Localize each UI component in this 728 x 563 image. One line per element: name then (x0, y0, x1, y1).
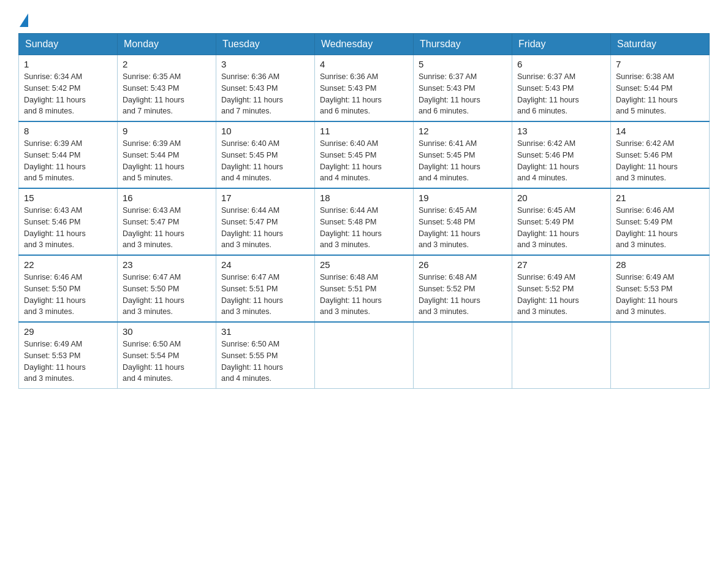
day-number: 19 (419, 193, 507, 203)
weekday-header-thursday: Thursday (414, 34, 512, 55)
calendar-cell: 20 Sunrise: 6:45 AM Sunset: 5:49 PM Dayl… (512, 188, 611, 255)
page-header (18, 12, 710, 27)
day-info: Sunrise: 6:37 AM Sunset: 5:43 PM Dayligh… (517, 71, 605, 117)
day-info: Sunrise: 6:40 AM Sunset: 5:45 PM Dayligh… (320, 138, 408, 184)
day-number: 31 (221, 326, 309, 337)
day-number: 17 (221, 193, 309, 203)
day-info: Sunrise: 6:49 AM Sunset: 5:52 PM Dayligh… (517, 272, 605, 318)
week-row-1: 1 Sunrise: 6:34 AM Sunset: 5:42 PM Dayli… (19, 55, 710, 122)
weekday-header-wednesday: Wednesday (315, 34, 414, 55)
calendar-cell: 11 Sunrise: 6:40 AM Sunset: 5:45 PM Dayl… (315, 121, 414, 188)
day-info: Sunrise: 6:36 AM Sunset: 5:43 PM Dayligh… (221, 71, 309, 117)
day-number: 3 (221, 59, 309, 69)
weekday-header-friday: Friday (512, 34, 611, 55)
day-number: 8 (24, 126, 112, 136)
day-number: 20 (517, 193, 605, 203)
weekday-header-tuesday: Tuesday (216, 34, 315, 55)
week-row-3: 15 Sunrise: 6:43 AM Sunset: 5:46 PM Dayl… (19, 188, 710, 255)
day-info: Sunrise: 6:44 AM Sunset: 5:47 PM Dayligh… (221, 205, 309, 251)
day-number: 29 (24, 326, 112, 337)
calendar-cell: 5 Sunrise: 6:37 AM Sunset: 5:43 PM Dayli… (414, 55, 512, 122)
day-number: 2 (123, 59, 211, 69)
calendar-cell: 6 Sunrise: 6:37 AM Sunset: 5:43 PM Dayli… (512, 55, 611, 122)
day-number: 13 (517, 126, 605, 136)
day-info: Sunrise: 6:43 AM Sunset: 5:46 PM Dayligh… (24, 205, 112, 251)
day-number: 27 (517, 259, 605, 270)
weekday-header-row: SundayMondayTuesdayWednesdayThursdayFrid… (19, 34, 710, 55)
day-number: 6 (517, 59, 605, 69)
weekday-header-saturday: Saturday (611, 34, 710, 55)
day-number: 22 (24, 259, 112, 270)
logo-triangle-icon (20, 13, 28, 27)
calendar-cell: 8 Sunrise: 6:39 AM Sunset: 5:44 PM Dayli… (19, 121, 118, 188)
day-info: Sunrise: 6:44 AM Sunset: 5:48 PM Dayligh… (320, 205, 408, 251)
calendar-cell: 21 Sunrise: 6:46 AM Sunset: 5:49 PM Dayl… (611, 188, 710, 255)
day-number: 30 (123, 326, 211, 337)
calendar-cell: 28 Sunrise: 6:49 AM Sunset: 5:53 PM Dayl… (611, 255, 710, 322)
day-info: Sunrise: 6:35 AM Sunset: 5:43 PM Dayligh… (123, 71, 211, 117)
day-number: 28 (616, 259, 704, 270)
day-info: Sunrise: 6:47 AM Sunset: 5:50 PM Dayligh… (123, 272, 211, 318)
calendar-cell: 10 Sunrise: 6:40 AM Sunset: 5:45 PM Dayl… (216, 121, 315, 188)
weekday-header-sunday: Sunday (19, 34, 118, 55)
calendar-cell (512, 322, 611, 389)
calendar-cell: 30 Sunrise: 6:50 AM Sunset: 5:54 PM Dayl… (118, 322, 216, 389)
calendar-cell: 1 Sunrise: 6:34 AM Sunset: 5:42 PM Dayli… (19, 55, 118, 122)
day-number: 14 (616, 126, 704, 136)
day-number: 1 (24, 59, 112, 69)
day-number: 18 (320, 193, 408, 203)
day-number: 21 (616, 193, 704, 203)
day-info: Sunrise: 6:36 AM Sunset: 5:43 PM Dayligh… (320, 71, 408, 117)
day-info: Sunrise: 6:46 AM Sunset: 5:50 PM Dayligh… (24, 272, 112, 318)
calendar-cell: 2 Sunrise: 6:35 AM Sunset: 5:43 PM Dayli… (118, 55, 216, 122)
calendar-cell: 15 Sunrise: 6:43 AM Sunset: 5:46 PM Dayl… (19, 188, 118, 255)
calendar-cell: 17 Sunrise: 6:44 AM Sunset: 5:47 PM Dayl… (216, 188, 315, 255)
calendar-cell: 31 Sunrise: 6:50 AM Sunset: 5:55 PM Dayl… (216, 322, 315, 389)
calendar-cell: 12 Sunrise: 6:41 AM Sunset: 5:45 PM Dayl… (414, 121, 512, 188)
day-info: Sunrise: 6:49 AM Sunset: 5:53 PM Dayligh… (616, 272, 704, 318)
calendar-cell: 25 Sunrise: 6:48 AM Sunset: 5:51 PM Dayl… (315, 255, 414, 322)
calendar-cell: 14 Sunrise: 6:42 AM Sunset: 5:46 PM Dayl… (611, 121, 710, 188)
day-info: Sunrise: 6:49 AM Sunset: 5:53 PM Dayligh… (24, 339, 112, 385)
day-number: 16 (123, 193, 211, 203)
day-info: Sunrise: 6:39 AM Sunset: 5:44 PM Dayligh… (123, 138, 211, 184)
calendar-cell: 23 Sunrise: 6:47 AM Sunset: 5:50 PM Dayl… (118, 255, 216, 322)
day-number: 9 (123, 126, 211, 136)
calendar-cell (611, 322, 710, 389)
day-info: Sunrise: 6:46 AM Sunset: 5:49 PM Dayligh… (616, 205, 704, 251)
day-info: Sunrise: 6:48 AM Sunset: 5:51 PM Dayligh… (320, 272, 408, 318)
calendar-cell: 16 Sunrise: 6:43 AM Sunset: 5:47 PM Dayl… (118, 188, 216, 255)
day-info: Sunrise: 6:43 AM Sunset: 5:47 PM Dayligh… (123, 205, 211, 251)
day-number: 5 (419, 59, 507, 69)
day-info: Sunrise: 6:37 AM Sunset: 5:43 PM Dayligh… (419, 71, 507, 117)
day-info: Sunrise: 6:47 AM Sunset: 5:51 PM Dayligh… (221, 272, 309, 318)
calendar-cell: 9 Sunrise: 6:39 AM Sunset: 5:44 PM Dayli… (118, 121, 216, 188)
week-row-2: 8 Sunrise: 6:39 AM Sunset: 5:44 PM Dayli… (19, 121, 710, 188)
day-info: Sunrise: 6:34 AM Sunset: 5:42 PM Dayligh… (24, 71, 112, 117)
day-number: 10 (221, 126, 309, 136)
calendar-cell: 26 Sunrise: 6:48 AM Sunset: 5:52 PM Dayl… (414, 255, 512, 322)
day-info: Sunrise: 6:38 AM Sunset: 5:44 PM Dayligh… (616, 71, 704, 117)
day-info: Sunrise: 6:48 AM Sunset: 5:52 PM Dayligh… (419, 272, 507, 318)
calendar-cell: 29 Sunrise: 6:49 AM Sunset: 5:53 PM Dayl… (19, 322, 118, 389)
day-number: 25 (320, 259, 408, 270)
day-info: Sunrise: 6:50 AM Sunset: 5:55 PM Dayligh… (221, 339, 309, 385)
day-number: 4 (320, 59, 408, 69)
logo (18, 12, 28, 27)
day-info: Sunrise: 6:45 AM Sunset: 5:49 PM Dayligh… (517, 205, 605, 251)
day-info: Sunrise: 6:40 AM Sunset: 5:45 PM Dayligh… (221, 138, 309, 184)
day-number: 11 (320, 126, 408, 136)
calendar-cell: 27 Sunrise: 6:49 AM Sunset: 5:52 PM Dayl… (512, 255, 611, 322)
day-number: 23 (123, 259, 211, 270)
day-info: Sunrise: 6:50 AM Sunset: 5:54 PM Dayligh… (123, 339, 211, 385)
calendar-table: SundayMondayTuesdayWednesdayThursdayFrid… (18, 33, 710, 389)
calendar-cell: 24 Sunrise: 6:47 AM Sunset: 5:51 PM Dayl… (216, 255, 315, 322)
day-number: 26 (419, 259, 507, 270)
calendar-cell: 18 Sunrise: 6:44 AM Sunset: 5:48 PM Dayl… (315, 188, 414, 255)
day-info: Sunrise: 6:39 AM Sunset: 5:44 PM Dayligh… (24, 138, 112, 184)
day-info: Sunrise: 6:45 AM Sunset: 5:48 PM Dayligh… (419, 205, 507, 251)
day-number: 7 (616, 59, 704, 69)
weekday-header-monday: Monday (118, 34, 216, 55)
day-number: 15 (24, 193, 112, 203)
day-info: Sunrise: 6:41 AM Sunset: 5:45 PM Dayligh… (419, 138, 507, 184)
